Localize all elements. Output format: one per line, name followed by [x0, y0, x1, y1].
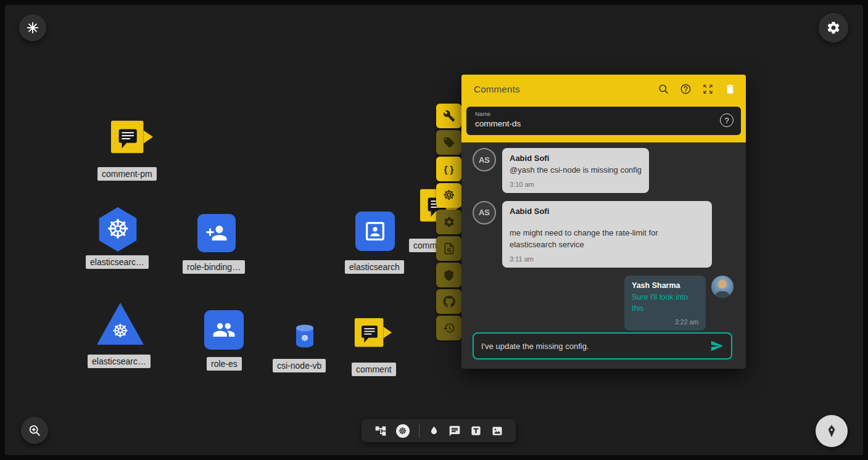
settings-button[interactable] — [819, 13, 848, 43]
ink-drop-icon — [429, 425, 439, 437]
security-tool-button[interactable] — [436, 263, 461, 287]
node-role-es[interactable] — [204, 310, 244, 350]
comments-thread: AS Aabid Sofi @yash the csi-node is miss… — [461, 142, 746, 369]
person-add-icon — [205, 222, 228, 244]
pen-mode-button[interactable] — [816, 415, 848, 447]
node-label-elasticsearch-tri: elasticsearc… — [88, 355, 151, 368]
kubernetes-wheel-icon: ☸ — [106, 216, 130, 242]
node-elasticsearch-hexagon[interactable]: ☸ — [97, 207, 138, 252]
braces-icon: { } — [444, 165, 454, 174]
media-tool-button[interactable] — [491, 425, 503, 437]
send-icon — [710, 339, 724, 353]
component-tree-icon — [374, 425, 387, 437]
tag-tool-button[interactable] — [436, 130, 461, 155]
history-tool-button[interactable] — [436, 316, 461, 340]
zoom-button[interactable] — [21, 417, 48, 444]
message-author: Aabid Sofi — [510, 154, 642, 163]
github-tool-button[interactable] — [436, 289, 461, 314]
shield-icon — [443, 269, 455, 281]
message-text: me might need to change the rate-limit f… — [510, 228, 705, 251]
name-help-icon[interactable]: ? — [720, 113, 734, 127]
node-comment-pm[interactable] — [110, 120, 154, 158]
kubernetes-tool-button[interactable]: ☸ — [436, 183, 461, 208]
comments-panel-header[interactable]: Comments — [461, 75, 746, 103]
comments-panel: Comments — [461, 75, 746, 369]
configure-tool-button[interactable] — [436, 104, 461, 128]
wrench-icon — [443, 110, 455, 122]
settings-tool-button[interactable] — [436, 210, 461, 234]
github-icon — [443, 295, 455, 308]
account-badge-icon — [363, 219, 387, 244]
node-elasticsearch-triangle[interactable]: ☸ — [97, 303, 144, 345]
message-author: Yash Sharma — [632, 281, 698, 290]
message-bubble: Aabid Sofi me might need to change the r… — [502, 201, 712, 268]
message-row: AS Aabid Sofi me might need to change th… — [473, 201, 734, 268]
avatar-initials: AS — [473, 148, 496, 171]
kubernetes-dock-button[interactable]: ☸ — [396, 424, 410, 438]
message-text: @yash the csi-node is missing config — [510, 165, 642, 176]
name-field-label: Name — [475, 110, 732, 117]
node-comment[interactable] — [354, 318, 392, 351]
node-label-comment: comment — [352, 363, 396, 376]
component-tree-button[interactable] — [374, 425, 387, 437]
node-label-role-es: role-es — [207, 357, 242, 371]
search-icon — [658, 83, 669, 95]
people-icon — [212, 318, 236, 342]
gear-icon — [443, 216, 455, 228]
message-row: Yash Sharma Sure I'll look into this 3:2… — [473, 276, 734, 331]
expand-icon — [702, 83, 714, 95]
avatar-photo — [711, 276, 734, 298]
name-field-section: Name comment-ds ? — [461, 103, 746, 142]
storage-cylinder-icon: ☸ — [295, 324, 315, 348]
text-icon — [470, 425, 482, 437]
pen-nib-icon — [824, 424, 839, 438]
node-label-comment-pm: comment-pm — [97, 167, 157, 181]
avatar-initials: AS — [473, 201, 496, 224]
delete-button[interactable] — [724, 83, 736, 95]
svg-text:☸: ☸ — [301, 333, 309, 343]
name-field-value: comment-ds — [475, 119, 732, 128]
help-icon — [680, 83, 692, 95]
history-icon — [443, 322, 455, 334]
zoom-in-icon — [28, 424, 41, 437]
help-button[interactable] — [680, 83, 692, 95]
kubernetes-icon: ☸ — [443, 189, 455, 202]
kubernetes-wheel-icon: ☸ — [112, 322, 129, 340]
gear-icon — [826, 20, 841, 35]
design-canvas[interactable]: comment-pm ☸ elasticsearc… role-binding…… — [5, 5, 863, 455]
message-author: Aabid Sofi — [510, 207, 705, 216]
comment-input[interactable] — [481, 342, 705, 351]
json-tool-button[interactable]: { } — [436, 157, 461, 181]
message-bubble: Yash Sharma Sure I'll look into this 3:2… — [624, 276, 706, 331]
app-logo-button[interactable] — [19, 14, 46, 41]
node-label-elasticsearch: elasticsearch — [345, 260, 404, 274]
comment-input-wrapper — [473, 332, 732, 359]
document-scan-icon — [443, 242, 455, 255]
message-time: 3:22 am — [632, 318, 698, 326]
message-text: Sure I'll look into this — [632, 292, 698, 314]
node-label-csi-node-vb: csi-node-vb — [273, 359, 326, 372]
inspect-tool-button[interactable] — [436, 236, 461, 261]
node-role-binding[interactable] — [197, 214, 236, 252]
comments-panel-title: Comments — [474, 84, 520, 94]
comment-node-icon — [110, 120, 154, 155]
name-field[interactable]: Name comment-ds ? — [466, 107, 741, 135]
node-label-elasticsearch-hex: elasticsearc… — [86, 255, 149, 269]
image-icon — [491, 425, 503, 437]
comment-node-icon — [354, 318, 392, 348]
user-photo — [711, 276, 734, 298]
shapes-tool-button[interactable] — [429, 425, 439, 437]
node-action-toolbar: { } ☸ — [436, 104, 461, 342]
search-button[interactable] — [658, 83, 669, 95]
trash-icon — [724, 83, 736, 95]
node-csi-node-vb[interactable]: ☸ — [295, 324, 315, 350]
node-elasticsearch-badge[interactable] — [355, 212, 395, 251]
app-frame: comment-pm ☸ elasticsearc… role-binding…… — [0, 0, 868, 460]
comment-icon — [448, 425, 461, 437]
send-button[interactable] — [710, 339, 724, 353]
comment-tool-button[interactable] — [448, 425, 461, 437]
text-tool-button[interactable] — [470, 425, 482, 437]
expand-button[interactable] — [702, 83, 714, 95]
kubernetes-icon: ☸ — [396, 424, 410, 438]
app-logo-icon — [26, 21, 39, 35]
